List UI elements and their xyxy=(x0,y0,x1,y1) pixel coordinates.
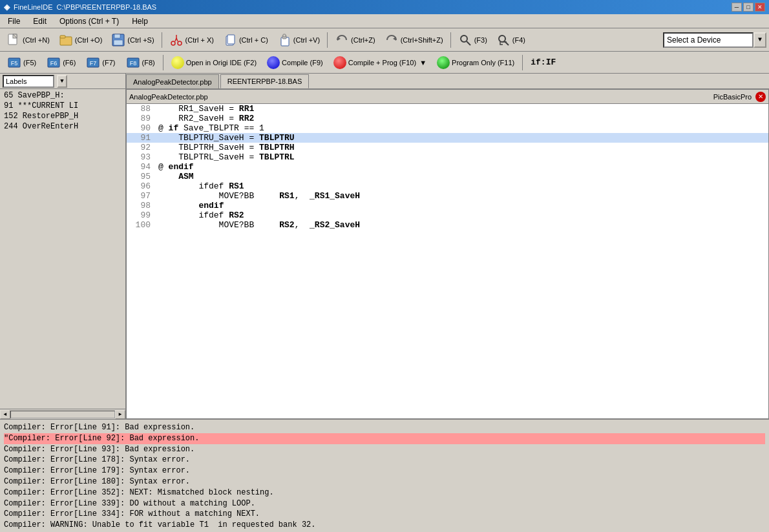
close-button[interactable]: ✕ xyxy=(755,3,765,12)
editor-title-bar: AnalogPeakDetector.pbp PicBasicPro ✕ xyxy=(127,90,768,104)
code-line-89: 89 RR2_SaveH = RR2 xyxy=(127,114,768,123)
device-select-box[interactable]: Select a Device xyxy=(663,32,753,48)
tab-reenterpbp[interactable]: REENTERPBP-18.BAS xyxy=(220,74,310,88)
menu-options[interactable]: Options (Ctrl + T) xyxy=(54,15,124,27)
right-panel: AnalogPeakDetector.pbp REENTERPBP-18.BAS… xyxy=(126,74,769,419)
menu-bar: File Edit Options (Ctrl + T) Help xyxy=(0,14,769,28)
code-line-93: 93 TBLPTRL_SaveH = TBLPTRL xyxy=(127,152,768,162)
code-line-99: 99 ifdef RS2 xyxy=(127,210,768,220)
compile-prog-dropdown-icon[interactable]: ▼ xyxy=(419,59,427,66)
tab-analog-peak[interactable]: AnalogPeakDetector.pbp xyxy=(126,74,219,88)
paste-button[interactable]: (Ctrl +V) xyxy=(273,30,324,50)
f8-icon: F8 xyxy=(126,56,140,70)
toolbar-sep3 xyxy=(450,32,451,48)
code-line-90: 90 @ if Save_TBLPTR == 1 xyxy=(127,123,768,133)
tabs-bar: AnalogPeakDetector.pbp REENTERPBP-18.BAS xyxy=(126,74,769,89)
compile-prog-label: Compile + Prog (F10) xyxy=(348,59,416,66)
paste-label: (Ctrl +V) xyxy=(293,36,320,44)
svg-rect-13 xyxy=(227,35,235,44)
f5-button[interactable]: F5 (F5) xyxy=(3,54,41,72)
scroll-left-button[interactable]: ◄ xyxy=(0,410,10,419)
svg-point-19 xyxy=(461,36,467,42)
menu-file[interactable]: File xyxy=(3,15,25,27)
line-content: TBLPTRL_SaveH = TBLPTRL xyxy=(156,152,295,162)
f6-button[interactable]: F6 (F6) xyxy=(42,54,80,72)
copy-button[interactable]: (Ctrl + C) xyxy=(219,30,272,50)
line-content: @ if Save_TBLPTR == 1 xyxy=(156,123,264,133)
redo-label: (Ctrl+Shift+Z) xyxy=(401,36,443,44)
compile-button[interactable]: Compile (F9) xyxy=(262,54,328,72)
menu-help[interactable]: Help xyxy=(127,15,153,27)
copy-label: (Ctrl + C) xyxy=(239,36,268,44)
output-panel[interactable]: Compiler: Error[Line 91]: Bad expression… xyxy=(0,419,769,532)
toolbar2-sep2 xyxy=(522,55,523,70)
menu-edit[interactable]: Edit xyxy=(28,15,52,27)
save-icon xyxy=(111,33,125,47)
save-label: (Ctrl +S) xyxy=(127,36,154,44)
f7-button[interactable]: F7 (F7) xyxy=(81,54,120,72)
line-number: 93 xyxy=(127,152,156,162)
svg-point-21 xyxy=(499,36,505,42)
output-line: Compiler: Error[Line 91]: Bad expression… xyxy=(4,422,765,433)
f5-label: (F5) xyxy=(23,59,36,66)
line-number: 92 xyxy=(127,143,156,152)
scroll-right-button[interactable]: ► xyxy=(115,410,125,419)
open-ide-button[interactable]: Open in Origi IDE (F2) xyxy=(167,54,261,72)
minimize-button[interactable]: ─ xyxy=(732,3,742,12)
line-number: 91 xyxy=(127,133,156,143)
code-area[interactable]: 88 RR1_SaveH = RR1 89 RR2_SaveH = RR2 90… xyxy=(127,104,768,418)
title-bar: ◈ FineLineIDE C:\PBP\REENTERPBP-18.BAS ─… xyxy=(0,0,769,14)
app-name: FineLineIDE xyxy=(14,3,53,11)
line-content: ifdef RS1 xyxy=(156,181,244,191)
compile-label: Compile (F9) xyxy=(282,59,323,66)
prog-only-label: Program Only (F11) xyxy=(452,59,514,66)
toolbar-sep1 xyxy=(162,32,162,48)
list-item[interactable]: 152 RestorePBP_H xyxy=(1,111,124,121)
compile-prog-icon xyxy=(333,56,346,69)
list-item[interactable]: 244 OverReEnterH xyxy=(1,121,124,132)
file-path: C:\PBP\REENTERPBP-18.BAS xyxy=(57,3,157,11)
ifif-button[interactable]: if:IF xyxy=(526,54,560,72)
f8-button[interactable]: F8 (F8) xyxy=(121,54,160,72)
prog-only-button[interactable]: Program Only (F11) xyxy=(432,54,519,72)
redo-icon xyxy=(384,33,399,47)
save-button[interactable]: (Ctrl +S) xyxy=(107,30,158,50)
f7-label: (F7) xyxy=(102,59,115,66)
list-item[interactable]: 91 ***CURRENT LI xyxy=(1,101,124,111)
cut-button[interactable]: (Ctrl + X) xyxy=(165,30,218,50)
line-number: 97 xyxy=(127,191,156,201)
labels-dropdown-button[interactable]: ▼ xyxy=(57,75,67,88)
compile-prog-button[interactable]: Compile + Prog (F10) ▼ xyxy=(329,54,431,72)
labels-dropdown[interactable]: Labels xyxy=(3,75,54,88)
labels-dropdown-label: Labels xyxy=(6,77,26,85)
device-selector: Select a Device ▼ xyxy=(663,32,766,48)
open-ide-label: Open in Origi IDE (F2) xyxy=(186,59,257,66)
toolbar2: F5 (F5) F6 (F6) F7 (F7) F8 (F8) Open in … xyxy=(0,52,769,74)
maximize-button[interactable]: □ xyxy=(743,3,753,12)
device-dropdown-button[interactable]: ▼ xyxy=(753,32,766,48)
open-icon xyxy=(59,33,73,47)
compiler-label: PicBasicPro xyxy=(713,93,752,101)
svg-text:F8: F8 xyxy=(129,60,136,66)
find-button[interactable]: (F3) xyxy=(454,30,491,50)
new-button[interactable]: (Ctrl +N) xyxy=(3,30,54,50)
line-content: ASM xyxy=(156,172,194,181)
labels-horizontal-scrollbar[interactable]: ◄ ► xyxy=(0,409,125,419)
open-button[interactable]: (Ctrl +O) xyxy=(55,30,106,50)
line-number: 89 xyxy=(127,114,156,123)
editor-close-button[interactable]: ✕ xyxy=(755,92,766,102)
redo-button[interactable]: (Ctrl+Shift+Z) xyxy=(381,30,447,50)
line-content: MOVE?BB RS1, _RS1_SaveH xyxy=(156,191,360,201)
code-line-98: 98 endif xyxy=(127,201,768,210)
find-replace-label: (F4) xyxy=(512,36,525,44)
code-line-100: 100 MOVE?BB RS2, _RS2_SaveH xyxy=(127,220,768,230)
line-content: endif xyxy=(156,201,224,210)
f6-icon: F6 xyxy=(47,56,61,70)
undo-button[interactable]: (Ctrl+Z) xyxy=(331,30,379,50)
line-number: 98 xyxy=(127,201,156,210)
cut-label: (Ctrl + X) xyxy=(185,36,214,44)
find-replace-button[interactable]: (F4) xyxy=(492,30,529,50)
editor-title-left: AnalogPeakDetector.pbp xyxy=(129,93,208,101)
list-item[interactable]: 65 SavePBP_H: xyxy=(1,90,124,101)
device-placeholder: Select a Device xyxy=(667,36,721,45)
